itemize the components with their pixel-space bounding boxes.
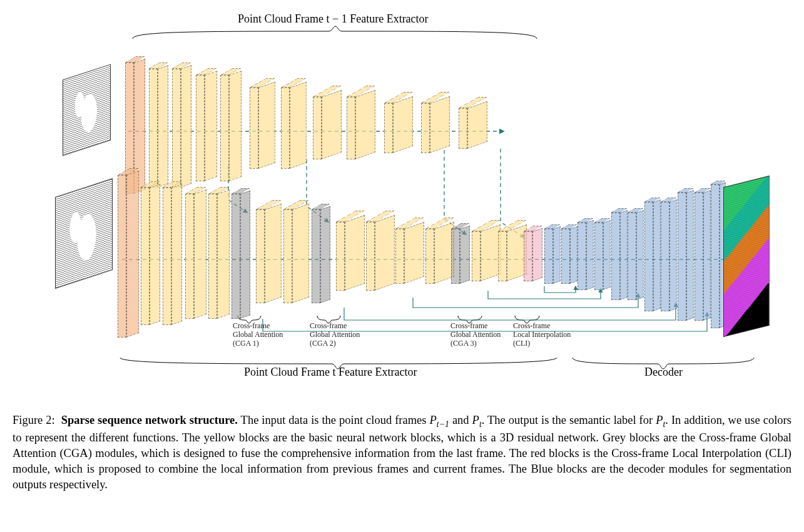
top-branch-label: Point Cloud Frame t − 1 Feature Extracto…: [238, 13, 429, 26]
input-frame-t-minus-1: [63, 64, 111, 156]
caption-lead: Figure 2:: [13, 414, 55, 426]
figure-caption: Figure 2: Sparse sequence network struct…: [13, 413, 791, 493]
cga1-label: Cross-frameGlobal Attention(CGA 1): [233, 322, 283, 348]
cga3-label: Cross-frameGlobal Attention(CGA 3): [450, 322, 501, 348]
cli-label: Cross-frameLocal Interpolation(CLI): [513, 322, 571, 348]
input-frame-t: [55, 178, 113, 289]
output-segmentation: [723, 176, 770, 337]
bottom-extractor-label: Point Cloud Frame t Feature Extractor: [244, 366, 417, 379]
caption-title: Sparse sequence network structure.: [58, 414, 238, 426]
figure: Point Cloud Frame t − 1 Feature Extracto…: [13, 13, 791, 493]
cga2-label: Cross-frameGlobal Attention(CGA 2): [310, 322, 360, 348]
network-diagram: Point Cloud Frame t − 1 Feature Extracto…: [13, 13, 791, 381]
decoder-label: Decoder: [644, 366, 683, 379]
